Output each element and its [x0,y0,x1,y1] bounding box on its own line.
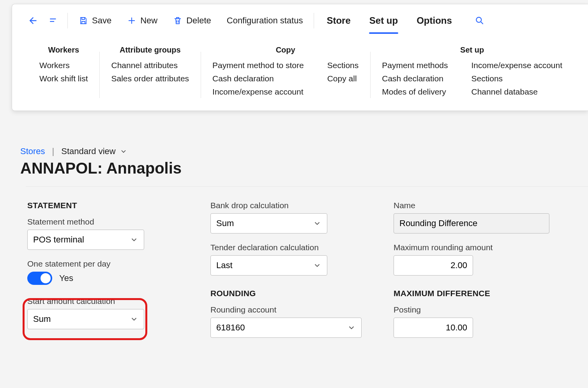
value: Rounding Difference [399,218,477,228]
link-channel-attributes[interactable]: Channel attributes [111,61,189,70]
link-cash-declaration[interactable]: Cash declaration [382,74,448,83]
value: 2.00 [450,260,467,270]
field-bank-drop: Bank drop calculation Sum [210,201,366,234]
config-status-label: Configuration status [227,16,303,26]
section-rounding: ROUNDING [210,289,366,298]
save-button[interactable]: Save [72,12,118,30]
label-name: Name [394,201,549,210]
select-start-amount-calc[interactable]: Sum [27,309,144,329]
value: 10.00 [446,323,467,333]
label-rounding-account: Rounding account [210,305,366,314]
delete-label: Delete [186,16,211,26]
field-posting: Posting 10.00 [394,305,549,338]
list-icon [49,16,59,26]
field-statement-method: Statement method POS terminal [27,217,183,250]
page-title: ANNAPOL: Annapolis [20,160,588,177]
value: Sum [216,218,234,228]
plus-icon [127,16,136,25]
select-tender-declaration[interactable]: Last [210,255,327,276]
chevron-down-icon [347,323,356,332]
link-copy-payment-method[interactable]: Payment method to store [212,61,304,70]
label-start-amount-calc: Start amount calculation [27,297,183,306]
delete-button[interactable]: Delete [166,12,218,30]
section-statement: STATEMENT [27,201,183,210]
breadcrumb-sep: | [52,146,55,156]
link-copy-income-expense[interactable]: Income/expense account [212,87,304,97]
page-body: Stores | Standard view ANNAPOL: Annapoli… [20,146,588,347]
group-copy: Copy Payment method to store Cash declar… [201,46,370,97]
select-bank-drop[interactable]: Sum [210,213,327,234]
svg-point-0 [476,17,481,22]
label-bank-drop: Bank drop calculation [210,201,366,210]
save-label: Save [92,16,111,26]
command-bar: Save New Delete Configuration status Sto… [12,4,588,37]
section-max-difference: MAXIMUM DIFFERENCE [394,289,549,298]
view-selector[interactable]: Standard view [61,146,127,156]
new-label: New [140,16,157,26]
chevron-down-icon [130,315,138,323]
link-channel-database[interactable]: Channel database [471,87,562,97]
link-modes-of-delivery[interactable]: Modes of delivery [382,87,448,97]
input-name[interactable]: Rounding Difference [394,213,549,234]
search-button[interactable] [470,12,489,30]
label-one-per-day: One statement per day [27,259,183,269]
value: POS terminal [33,235,84,245]
label-posting: Posting [394,305,549,314]
list-button[interactable] [44,12,64,30]
group-title: Copy [212,46,358,54]
field-rounding-account: Rounding account 618160 [210,305,366,338]
link-sales-order-attributes[interactable]: Sales order attributes [111,74,189,83]
chevron-down-icon [120,147,127,155]
input-posting[interactable]: 10.00 [394,318,473,338]
trash-icon [173,16,182,25]
config-status-button[interactable]: Configuration status [220,12,310,30]
tab-setup[interactable]: Set up [361,4,406,37]
chevron-down-icon [130,235,138,244]
breadcrumb: Stores | Standard view [20,146,588,156]
group-attribute-groups: Attribute groups Channel attributes Sale… [99,46,201,97]
label-max-rounding: Maximum rounding amount [394,243,549,252]
back-button[interactable] [22,12,42,30]
group-title: Set up [382,46,562,54]
ribbon: Workers Workers Work shift list Attribut… [12,37,588,111]
view-label: Standard view [61,146,115,156]
search-icon [475,16,485,26]
save-icon [79,16,88,25]
action-pane: Save New Delete Configuration status Sto… [12,4,588,111]
chevron-down-icon [313,261,321,270]
toggle-one-per-day[interactable] [27,272,52,285]
select-statement-method[interactable]: POS terminal [27,230,144,250]
tab-store[interactable]: Store [318,4,359,37]
link-copy-cash-declaration[interactable]: Cash declaration [212,74,304,83]
back-arrow-icon [27,15,38,26]
link-income-expense-account[interactable]: Income/expense account [471,61,562,70]
link-copy-all[interactable]: Copy all [327,74,359,83]
col-middle: Bank drop calculation Sum Tender declara… [210,201,366,347]
col-right: Name Rounding Difference Maximum roundin… [394,201,549,347]
new-button[interactable]: New [120,12,164,30]
group-title: Attribute groups [111,46,189,54]
field-max-rounding: Maximum rounding amount 2.00 [394,243,549,276]
link-copy-sections[interactable]: Sections [327,61,359,70]
breadcrumb-stores[interactable]: Stores [20,146,45,156]
select-rounding-account[interactable]: 618160 [210,318,362,338]
field-start-amount-calc: Start amount calculation Sum [27,297,183,329]
label-statement-method: Statement method [27,217,183,226]
value: 618160 [216,323,245,333]
field-one-statement-per-day: One statement per day Yes [27,259,183,285]
separator [314,13,314,28]
group-setup: Set up Payment methods Cash declaration … [370,46,574,97]
link-sections[interactable]: Sections [471,74,562,83]
link-payment-methods[interactable]: Payment methods [382,61,448,70]
link-work-shift-list[interactable]: Work shift list [39,74,88,83]
tab-options[interactable]: Options [408,4,461,37]
input-max-rounding[interactable]: 2.00 [394,255,473,276]
link-workers[interactable]: Workers [39,61,88,70]
group-title: Workers [39,46,88,54]
label-tender-declaration: Tender declaration calculation [210,243,366,252]
chevron-down-icon [313,219,321,228]
group-workers: Workers Workers Work shift list [28,46,99,97]
col-statement: STATEMENT Statement method POS terminal … [27,201,183,347]
value: Last [216,260,233,270]
field-tender-declaration: Tender declaration calculation Last [210,243,366,276]
